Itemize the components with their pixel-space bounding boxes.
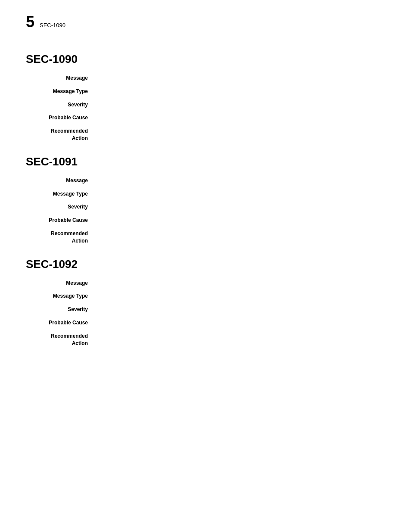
section-sec-1090: SEC-1090MessageMessage TypeSeverityProba… (26, 53, 385, 142)
field-row-sec-1092-recommended-action: RecommendedAction (26, 333, 385, 347)
section-title-sec-1091: SEC-1091 (26, 155, 385, 168)
field-label-sec-1090-1: Message Type (26, 88, 95, 95)
field-row-sec-1092-message: Message (26, 280, 385, 287)
field-label-sec-1090-4: RecommendedAction (26, 128, 95, 142)
field-row-sec-1091-recommended-action: RecommendedAction (26, 230, 385, 245)
field-row-sec-1090-severity: Severity (26, 101, 385, 109)
section-title-sec-1090: SEC-1090 (26, 53, 385, 66)
field-row-sec-1091-message: Message (26, 177, 385, 184)
field-label-sec-1090-0: Message (26, 75, 95, 82)
field-label-sec-1092-1: Message Type (26, 292, 95, 300)
field-row-sec-1090-message-type: Message Type (26, 88, 385, 95)
field-label-sec-1091-2: Severity (26, 203, 95, 211)
field-label-sec-1090-3: Probable Cause (26, 114, 95, 121)
field-row-sec-1090-message: Message (26, 75, 385, 82)
field-row-sec-1090-recommended-action: RecommendedAction (26, 128, 385, 142)
field-label-sec-1091-0: Message (26, 177, 95, 184)
section-sec-1092: SEC-1092MessageMessage TypeSeverityProba… (26, 258, 385, 347)
field-row-sec-1092-severity: Severity (26, 306, 385, 313)
field-label-sec-1091-3: Probable Cause (26, 217, 95, 224)
field-label-sec-1091-1: Message Type (26, 190, 95, 198)
field-label-sec-1091-4: RecommendedAction (26, 230, 95, 245)
field-label-sec-1090-2: Severity (26, 101, 95, 109)
field-label-sec-1092-4: RecommendedAction (26, 333, 95, 347)
field-label-sec-1092-2: Severity (26, 306, 95, 313)
field-row-sec-1091-severity: Severity (26, 203, 385, 211)
field-label-sec-1092-0: Message (26, 280, 95, 287)
section-sec-1091: SEC-1091MessageMessage TypeSeverityProba… (26, 155, 385, 245)
field-row-sec-1091-message-type: Message Type (26, 190, 385, 198)
page-header: 5 SEC-1090 (26, 13, 385, 35)
section-title-sec-1092: SEC-1092 (26, 258, 385, 271)
field-row-sec-1091-probable-cause: Probable Cause (26, 217, 385, 224)
page-number: 5 (26, 13, 34, 31)
field-row-sec-1092-message-type: Message Type (26, 292, 385, 300)
page-subtitle: SEC-1090 (40, 22, 65, 28)
field-row-sec-1092-probable-cause: Probable Cause (26, 319, 385, 327)
field-row-sec-1090-probable-cause: Probable Cause (26, 114, 385, 121)
field-label-sec-1092-3: Probable Cause (26, 319, 95, 327)
